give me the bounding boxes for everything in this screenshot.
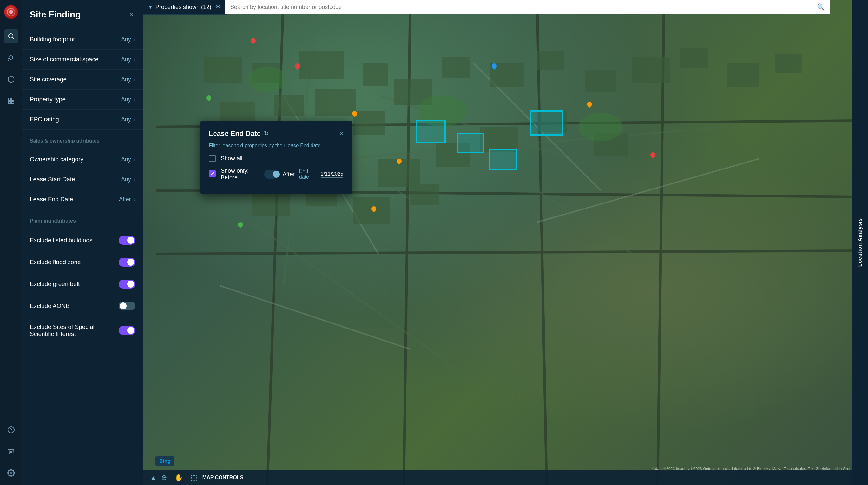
filter-building-footprint[interactable]: Building footprint Any › [22,30,143,50]
toggle-green-knob [127,281,134,287]
svg-line-26 [220,286,410,349]
location-icon[interactable]: ⊕ [161,474,167,482]
map-pin-4[interactable] [351,110,359,117]
map-pin-11[interactable] [586,101,593,108]
toggle-exclude-sssi: Exclude Sites of Special Scientific Inte… [22,317,143,344]
popup-show-all-row: Show all [209,155,343,162]
filter-lease-end-label: Lease End Date [30,196,73,203]
popup-refresh-icon[interactable]: ↻ [264,130,269,137]
filter-lease-end[interactable]: Lease End Date After ‹ [22,189,143,210]
map-pin-6[interactable] [396,158,403,165]
map-search-button[interactable]: 🔍 [817,3,825,11]
popup-title-text: Lease End Date [209,129,261,138]
show-only-checkbox[interactable] [209,170,216,177]
filter-epc-rating-value: Any › [121,116,135,123]
chart-icon[interactable] [4,94,18,108]
toggle-exclude-aonb: Exclude AONB [22,295,143,317]
svg-rect-29 [204,57,242,83]
screenshot-icon[interactable]: ⬚ [191,474,197,482]
box-icon[interactable] [4,72,18,86]
svg-rect-57 [410,184,439,205]
svg-line-28 [537,159,759,222]
toggle-sssi-switch[interactable] [119,326,135,335]
location-analysis-tab[interactable]: Location Analysis [852,0,868,485]
filter-section-main: Building footprint Any › Size of commerc… [22,27,143,132]
filter-property-type-label: Property type [30,96,66,103]
popup-toggle-row: Show only: Before After End date 1/11/20… [221,168,343,181]
toggle-listed-knob [127,237,134,244]
filter-section-sales: Ownership category Any › Lease Start Dat… [22,147,143,212]
before-after-toggle[interactable] [264,170,278,179]
chevron-right-icon5: › [133,117,135,122]
popup-close-button[interactable]: × [339,129,343,138]
search-icon[interactable] [4,29,18,43]
svg-point-4 [9,56,13,59]
app-logo[interactable] [4,5,18,19]
filter-site-coverage-label: Site coverage [30,76,67,83]
filter-building-footprint-label: Building footprint [30,36,75,43]
map-pin-10[interactable] [491,63,498,70]
show-all-label: Show all [221,155,242,162]
settings-icon[interactable] [4,466,18,480]
map-area[interactable]: ▾ Properties shown (12) 👁 🔍 Lease End Da… [143,0,868,485]
panel-close-button[interactable]: × [128,9,135,20]
location-analysis-label: Location Analysis [857,218,863,267]
lease-end-date-popup: Lease End Date ↻ × Filter leasehold prop… [200,121,352,194]
svg-rect-45 [632,57,670,83]
section-planning-label: Planning attributes [22,212,143,227]
end-date-value[interactable]: 1/11/2025 [321,171,343,178]
toggle-flood-label: Exclude flood zone [30,259,119,266]
map-search-bar: 🔍 [225,0,830,14]
toggle-aonb-switch[interactable] [119,302,135,310]
popup-show-only-row: Show only: Before After End date 1/11/20… [209,166,343,181]
map-canvas[interactable]: ▾ Properties shown (12) 👁 🔍 [143,0,868,485]
properties-expand-icon[interactable]: ▾ [149,4,152,10]
filter-site-coverage[interactable]: Site coverage Any › [22,69,143,90]
checkmark-icon [210,172,214,176]
map-controls-chevron[interactable]: ▲ [150,475,156,481]
after-label: After [283,171,295,178]
chevron-right-icon4: › [133,96,135,102]
hand-icon[interactable]: ✋ [175,474,183,482]
before-after-knob [273,171,280,178]
filter-property-type-value: Any › [121,96,135,103]
map-pin-2[interactable] [294,63,301,70]
svg-point-2 [8,34,13,38]
filter-property-type[interactable]: Property type Any › [22,90,143,110]
svg-rect-44 [585,70,616,92]
map-roads-overlay [143,0,868,485]
popup-title-area: Lease End Date ↻ [209,129,269,138]
map-search-input[interactable] [230,4,813,10]
svg-rect-34 [274,95,304,116]
map-pin-1[interactable] [250,37,257,44]
toggle-exclude-flood: Exclude flood zone [22,251,143,273]
properties-count: Properties shown (12) [155,4,211,10]
map-controls-label: MAP CONTROLS [203,475,243,481]
toggle-listed-switch[interactable] [119,236,135,245]
map-pin-9[interactable] [237,221,244,229]
filter-commercial-size[interactable]: Size of commercial space Any › [22,50,143,69]
map-pin-8[interactable] [370,205,377,213]
map-pin-12[interactable] [649,151,657,159]
svg-line-17 [658,0,664,485]
svg-rect-31 [299,51,344,79]
filter-epc-rating[interactable]: EPC rating Any › [22,110,143,129]
layers-icon[interactable] [4,51,18,65]
help-icon[interactable] [4,423,18,437]
toggle-sssi-knob [127,327,134,334]
toggle-green-switch[interactable] [119,280,135,289]
svg-line-16 [537,0,547,485]
map-pin-3[interactable] [205,94,213,101]
end-date-label: End date [299,169,316,180]
filter-ownership-category[interactable]: Ownership category Any › [22,150,143,170]
filter-lease-start-label: Lease Start Date [30,176,75,183]
icon-bar [0,0,22,485]
eye-icon[interactable]: 👁 [215,4,221,10]
toggle-flood-switch[interactable] [119,258,135,267]
trash-icon[interactable] [4,444,18,458]
properties-bar: ▾ Properties shown (12) 👁 [143,0,227,14]
filter-lease-start[interactable]: Lease Start Date Any › [22,170,143,189]
chevron-right-icon2: › [133,57,135,62]
filter-commercial-size-value: Any › [121,56,135,63]
show-all-checkbox[interactable] [209,155,216,162]
